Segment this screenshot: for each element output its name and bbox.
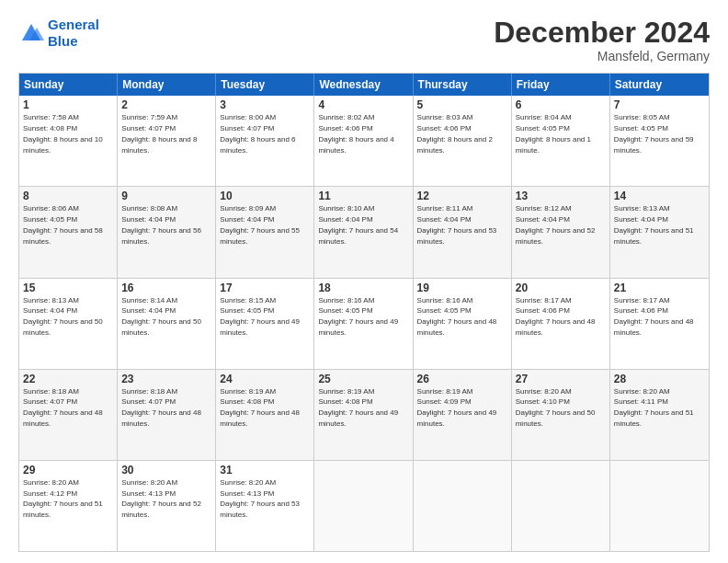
day-cell-6: 6Sunrise: 8:04 AMSunset: 4:05 PMDaylight… <box>512 96 610 186</box>
day-cell-7: 7Sunrise: 8:05 AMSunset: 4:05 PMDaylight… <box>610 96 709 186</box>
day-cell-9: 9Sunrise: 8:08 AMSunset: 4:04 PMDaylight… <box>118 187 216 277</box>
day-cell-4: 4Sunrise: 8:02 AMSunset: 4:06 PMDaylight… <box>314 96 413 186</box>
day-cell-8: 8Sunrise: 8:06 AMSunset: 4:05 PMDaylight… <box>19 187 118 277</box>
calendar-week-1: 1Sunrise: 7:58 AMSunset: 4:08 PMDaylight… <box>19 96 709 186</box>
day-cell-3: 3Sunrise: 8:00 AMSunset: 4:07 PMDaylight… <box>216 96 314 186</box>
day-cell-23: 23Sunrise: 8:18 AMSunset: 4:07 PMDayligh… <box>118 370 216 460</box>
day-cell-5: 5Sunrise: 8:03 AMSunset: 4:06 PMDaylight… <box>414 96 512 186</box>
header-saturday: Saturday <box>610 74 709 96</box>
day-cell-28: 28Sunrise: 8:20 AMSunset: 4:11 PMDayligh… <box>610 370 709 460</box>
day-cell-25: 25Sunrise: 8:19 AMSunset: 4:08 PMDayligh… <box>314 370 413 460</box>
day-cell-24: 24Sunrise: 8:19 AMSunset: 4:08 PMDayligh… <box>216 370 314 460</box>
day-cell-19: 19Sunrise: 8:16 AMSunset: 4:05 PMDayligh… <box>414 279 512 369</box>
empty-cell <box>414 461 512 551</box>
day-cell-13: 13Sunrise: 8:12 AMSunset: 4:04 PMDayligh… <box>512 187 610 277</box>
day-cell-2: 2Sunrise: 7:59 AMSunset: 4:07 PMDaylight… <box>118 96 216 186</box>
header-monday: Monday <box>118 74 216 96</box>
header-sunday: Sunday <box>19 74 118 96</box>
day-cell-1: 1Sunrise: 7:58 AMSunset: 4:08 PMDaylight… <box>19 96 118 186</box>
day-cell-29: 29Sunrise: 8:20 AMSunset: 4:12 PMDayligh… <box>19 461 118 551</box>
day-cell-21: 21Sunrise: 8:17 AMSunset: 4:06 PMDayligh… <box>610 279 709 369</box>
header: General Blue December 2024 Mansfeld, Ger… <box>18 17 710 63</box>
calendar: Sunday Monday Tuesday Wednesday Thursday… <box>18 73 710 552</box>
title-block: December 2024 Mansfeld, Germany <box>494 17 710 63</box>
empty-cell <box>512 461 610 551</box>
empty-cell <box>314 461 413 551</box>
day-cell-20: 20Sunrise: 8:17 AMSunset: 4:06 PMDayligh… <box>512 279 610 369</box>
day-cell-27: 27Sunrise: 8:20 AMSunset: 4:10 PMDayligh… <box>512 370 610 460</box>
day-cell-26: 26Sunrise: 8:19 AMSunset: 4:09 PMDayligh… <box>414 370 512 460</box>
logo: General Blue <box>18 17 99 50</box>
header-friday: Friday <box>512 74 610 96</box>
day-cell-30: 30Sunrise: 8:20 AMSunset: 4:13 PMDayligh… <box>118 461 216 551</box>
header-tuesday: Tuesday <box>216 74 314 96</box>
location-subtitle: Mansfeld, Germany <box>494 49 710 63</box>
calendar-week-4: 22Sunrise: 8:18 AMSunset: 4:07 PMDayligh… <box>19 369 709 460</box>
calendar-week-2: 8Sunrise: 8:06 AMSunset: 4:05 PMDaylight… <box>19 186 709 277</box>
day-cell-16: 16Sunrise: 8:14 AMSunset: 4:04 PMDayligh… <box>118 279 216 369</box>
calendar-week-3: 15Sunrise: 8:13 AMSunset: 4:04 PMDayligh… <box>19 278 709 369</box>
page: General Blue December 2024 Mansfeld, Ger… <box>0 0 728 563</box>
calendar-body: 1Sunrise: 7:58 AMSunset: 4:08 PMDaylight… <box>19 96 709 551</box>
calendar-week-5: 29Sunrise: 8:20 AMSunset: 4:12 PMDayligh… <box>19 460 709 551</box>
day-cell-10: 10Sunrise: 8:09 AMSunset: 4:04 PMDayligh… <box>216 187 314 277</box>
empty-cell <box>610 461 709 551</box>
day-cell-18: 18Sunrise: 8:16 AMSunset: 4:05 PMDayligh… <box>314 279 413 369</box>
day-cell-15: 15Sunrise: 8:13 AMSunset: 4:04 PMDayligh… <box>19 279 118 369</box>
logo-text: General Blue <box>48 17 99 50</box>
day-cell-31: 31Sunrise: 8:20 AMSunset: 4:13 PMDayligh… <box>216 461 314 551</box>
day-cell-22: 22Sunrise: 8:18 AMSunset: 4:07 PMDayligh… <box>19 370 118 460</box>
logo-icon <box>18 20 44 46</box>
calendar-header: Sunday Monday Tuesday Wednesday Thursday… <box>19 74 709 96</box>
day-cell-14: 14Sunrise: 8:13 AMSunset: 4:04 PMDayligh… <box>610 187 709 277</box>
day-cell-11: 11Sunrise: 8:10 AMSunset: 4:04 PMDayligh… <box>314 187 413 277</box>
day-cell-17: 17Sunrise: 8:15 AMSunset: 4:05 PMDayligh… <box>216 279 314 369</box>
day-cell-12: 12Sunrise: 8:11 AMSunset: 4:04 PMDayligh… <box>414 187 512 277</box>
header-wednesday: Wednesday <box>314 74 413 96</box>
month-title: December 2024 <box>494 17 710 49</box>
header-thursday: Thursday <box>414 74 512 96</box>
